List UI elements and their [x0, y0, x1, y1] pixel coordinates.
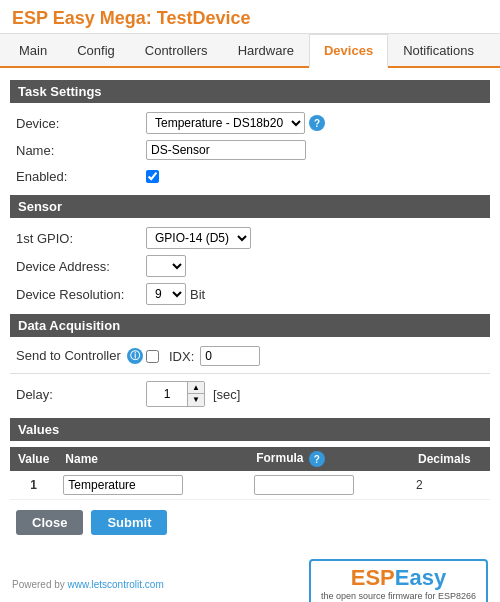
address-label: Device Address:: [16, 259, 146, 274]
address-control: [146, 255, 186, 277]
delay-decrement[interactable]: ▼: [188, 394, 204, 406]
delay-row: Delay: ▲ ▼ [sec]: [10, 378, 490, 410]
resolution-control: 9 10 11 12 Bit: [146, 283, 205, 305]
send-controller-row: Send to Controller ⓘ IDX:: [10, 343, 490, 369]
submit-button[interactable]: Submit: [91, 510, 167, 535]
col-decimals: Decimals: [410, 447, 490, 471]
resolution-label: Device Resolution:: [16, 287, 146, 302]
footer: Powered by www.letscontrolit.com ESPEasy…: [0, 551, 500, 602]
gpio-select[interactable]: GPIO-14 (D5): [146, 227, 251, 249]
name-row: Name:: [10, 137, 490, 163]
logo-esp-easy: ESPEasy: [321, 567, 476, 589]
button-row: Close Submit: [10, 500, 490, 541]
name-label: Name:: [16, 143, 146, 158]
logo-subtitle: the open source firmware for ESP8266: [321, 591, 476, 601]
send-controller-control: IDX:: [146, 346, 260, 366]
resolution-unit: Bit: [190, 287, 205, 302]
task-settings-header: Task Settings: [10, 80, 490, 103]
address-row: Device Address:: [10, 252, 490, 280]
divider-1: [10, 373, 490, 374]
formula-input[interactable]: [254, 475, 354, 495]
esp-easy-logo: ESPEasy the open source firmware for ESP…: [309, 559, 488, 602]
name-input[interactable]: [146, 140, 306, 160]
enabled-row: Enabled:: [10, 163, 490, 189]
content: Task Settings Device: Temperature - DS18…: [0, 68, 500, 547]
delay-increment[interactable]: ▲: [188, 382, 204, 394]
idx-label: IDX:: [169, 349, 194, 364]
name-cell: [57, 471, 248, 500]
sensor-header: Sensor: [10, 195, 490, 218]
gpio-label: 1st GPIO:: [16, 231, 146, 246]
send-controller-checkbox[interactable]: [146, 350, 159, 363]
tab-devices[interactable]: Devices: [309, 34, 388, 68]
close-button[interactable]: Close: [16, 510, 83, 535]
col-name: Name: [57, 447, 248, 471]
decimals-cell: 2: [410, 471, 490, 500]
value-name-input[interactable]: [63, 475, 183, 495]
logo-esp-text: ESP: [351, 565, 395, 590]
tab-main[interactable]: Main: [4, 34, 62, 68]
values-table-header-row: Value Name Formula ? Decimals: [10, 447, 490, 471]
send-controller-label: Send to Controller ⓘ: [16, 348, 146, 365]
value-cell: 1: [10, 471, 57, 500]
resolution-row: Device Resolution: 9 10 11 12 Bit: [10, 280, 490, 308]
name-control: [146, 140, 306, 160]
powered-by-link[interactable]: www.letscontrolit.com: [68, 579, 164, 590]
enabled-checkbox[interactable]: [146, 170, 159, 183]
delay-input[interactable]: [147, 382, 187, 406]
enabled-label: Enabled:: [16, 169, 146, 184]
tab-tools[interactable]: Tools: [489, 34, 500, 68]
nav-tabs: Main Config Controllers Hardware Devices…: [0, 34, 500, 68]
values-table: Value Name Formula ? Decimals 1 2: [10, 447, 490, 500]
col-formula: Formula ?: [248, 447, 410, 471]
tab-notifications[interactable]: Notifications: [388, 34, 489, 68]
delay-spinner: ▲ ▼: [146, 381, 205, 407]
gpio-row: 1st GPIO: GPIO-14 (D5): [10, 224, 490, 252]
send-help-icon[interactable]: ⓘ: [127, 348, 143, 364]
col-value: Value: [10, 447, 57, 471]
tab-controllers[interactable]: Controllers: [130, 34, 223, 68]
device-select[interactable]: Temperature - DS18b20: [146, 112, 305, 134]
formula-help-icon[interactable]: ?: [309, 451, 325, 467]
delay-spinner-buttons: ▲ ▼: [187, 382, 204, 406]
gpio-control: GPIO-14 (D5): [146, 227, 251, 249]
values-header: Values: [10, 418, 490, 441]
idx-input[interactable]: [200, 346, 260, 366]
table-row: 1 2: [10, 471, 490, 500]
delay-control: ▲ ▼ [sec]: [146, 381, 240, 407]
powered-by: Powered by www.letscontrolit.com: [12, 579, 164, 590]
device-row: Device: Temperature - DS18b20 ?: [10, 109, 490, 137]
delay-unit: [sec]: [213, 387, 240, 402]
device-label: Device:: [16, 116, 146, 131]
enabled-control: [146, 170, 159, 183]
resolution-select[interactable]: 9 10 11 12: [146, 283, 186, 305]
device-help-icon[interactable]: ?: [309, 115, 325, 131]
address-select[interactable]: [146, 255, 186, 277]
delay-label: Delay:: [16, 387, 146, 402]
formula-cell: [248, 471, 410, 500]
tab-config[interactable]: Config: [62, 34, 130, 68]
header: ESP Easy Mega: TestDevice: [0, 0, 500, 34]
tab-hardware[interactable]: Hardware: [223, 34, 309, 68]
data-acquisition-header: Data Acquisition: [10, 314, 490, 337]
logo-easy-text: Easy: [395, 565, 446, 590]
page-title: ESP Easy Mega: TestDevice: [12, 8, 488, 29]
device-control: Temperature - DS18b20 ?: [146, 112, 325, 134]
